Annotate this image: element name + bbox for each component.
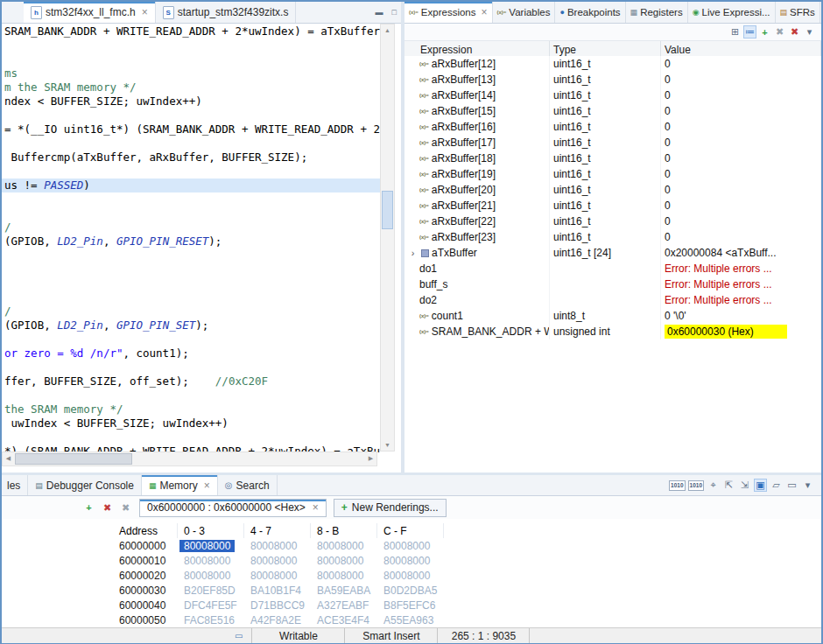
expression-row[interactable]: (x)=aRxBuffer[18]uint16_t0: [404, 150, 821, 166]
memory-cell[interactable]: 80008000: [377, 540, 444, 552]
code-line[interactable]: ffer, BUFFER_SIZE, off_set); //0xC20F: [4, 374, 380, 388]
memory-cell[interactable]: 80008000: [311, 570, 377, 582]
expression-row[interactable]: (x)=aRxBuffer[17]uint16_t0: [404, 135, 821, 150]
code-line[interactable]: = *(__IO uint16_t*) (SRAM_BANK_ADDR + WR…: [4, 122, 380, 136]
editor-horizontal-scrollbar[interactable]: ◀ ▶: [2, 452, 377, 466]
tab-stm32f4xx-ll-fmc-h[interactable]: hstm32f4xx_ll_fmc.h×: [24, 2, 156, 23]
code-line[interactable]: m the SRAM memory */: [4, 80, 380, 94]
code-line[interactable]: (GPIOB, LD2_Pin, GPIO_PIN_SET);: [4, 318, 380, 332]
remove-memory-monitor-icon[interactable]: ✖: [101, 501, 114, 514]
memory-cell[interactable]: B0D2DBA5: [377, 584, 444, 597]
tab-live-expressions[interactable]: ◉Live Expressi...: [688, 2, 776, 23]
tab-sfrs[interactable]: ▤SFRs: [776, 2, 820, 23]
tab-memory[interactable]: ▦Memory×: [142, 475, 218, 495]
link-renderings-icon[interactable]: ▣: [754, 479, 767, 492]
code-line[interactable]: [4, 108, 380, 122]
minimize-icon[interactable]: ▬: [376, 8, 383, 17]
code-line[interactable]: [4, 276, 380, 290]
split-pane-icon[interactable]: ▱: [770, 479, 783, 492]
new-memory-view-icon[interactable]: ▭: [785, 479, 798, 492]
tab-partial-les[interactable]: les: [2, 475, 28, 495]
expression-row[interactable]: (x)=aRxBuffer[12]uint16_t0: [404, 56, 821, 72]
close-icon[interactable]: ×: [204, 480, 210, 492]
code-line[interactable]: [4, 38, 380, 52]
expression-row[interactable]: ›aTxBufferuint16_t [24]0x20000084 <aTxBu…: [404, 245, 821, 261]
memory-cell[interactable]: 80008000: [244, 540, 311, 552]
code-line[interactable]: /: [4, 304, 380, 318]
expression-row[interactable]: (x)=aRxBuffer[15]uint16_t0: [404, 103, 821, 119]
code-line[interactable]: [4, 136, 380, 150]
memory-cell[interactable]: 80008000: [377, 555, 444, 567]
code-line[interactable]: [4, 388, 380, 402]
remove-all-monitors-icon[interactable]: ✖: [119, 501, 132, 514]
expression-row[interactable]: (x)=aRxBuffer[19]uint16_t0: [404, 166, 821, 182]
tab-search[interactable]: ◎Search: [218, 475, 278, 495]
scroll-right-icon[interactable]: ▶: [365, 452, 376, 466]
memory-cell[interactable]: 80008000: [178, 540, 244, 552]
scroll-up-icon[interactable]: ▲: [381, 24, 394, 36]
code-line[interactable]: SRAM_BANK_ADDR + WRITE_READ_ADDR + 2*uwI…: [4, 24, 380, 38]
code-line[interactable]: [4, 290, 380, 304]
memory-row[interactable]: 6000000080008000800080008000800080008000: [113, 538, 821, 553]
code-line[interactable]: or zero = %d /n/r", count1);: [4, 346, 380, 360]
memory-cell[interactable]: BA59EABA: [311, 584, 377, 597]
code-line[interactable]: [4, 164, 380, 178]
column-header-0-3[interactable]: 0 - 3: [178, 523, 244, 538]
column-header-8-b[interactable]: 8 - B: [311, 523, 377, 538]
tab-startup-stm32f439zitx-s[interactable]: Sstartup_stm32f439zitx.s: [156, 2, 297, 23]
memory-cell[interactable]: 80008000: [311, 540, 377, 552]
code-line[interactable]: [4, 248, 380, 262]
expression-row[interactable]: buff_sError: Multiple errors ...: [404, 276, 821, 292]
memory-row[interactable]: 60000040DFC4FE5FD71BBCC9A327EABFB8F5EFC6: [113, 598, 821, 612]
column-header-c-f[interactable]: C - F: [377, 523, 444, 538]
code-line[interactable]: ndex < BUFFER_SIZE; uwIndex++): [4, 94, 380, 108]
tab-expressions[interactable]: (x)=Expressions×: [404, 2, 493, 23]
memory-cell[interactable]: D71BBCC9: [244, 599, 311, 612]
memory-cell[interactable]: A55EA963: [377, 614, 444, 626]
close-icon[interactable]: ×: [313, 501, 319, 514]
scroll-down-icon[interactable]: ▼: [381, 439, 394, 451]
export-memory-icon[interactable]: ⇲: [738, 479, 751, 492]
code-line[interactable]: /: [4, 220, 380, 234]
add-memory-monitor-icon[interactable]: +: [82, 501, 95, 514]
expression-row[interactable]: (x)=aRxBuffer[16]uint16_t0: [404, 119, 821, 135]
code-line[interactable]: [4, 262, 380, 276]
code-line[interactable]: [4, 360, 380, 374]
expression-row[interactable]: (x)=aRxBuffer[20]uint16_t0: [404, 182, 821, 198]
vertical-scrollbar-thumb[interactable]: [382, 191, 393, 229]
close-icon[interactable]: ×: [481, 6, 487, 18]
memory-cell[interactable]: 80008000: [377, 570, 444, 582]
code-line[interactable]: [4, 206, 380, 220]
maximize-icon[interactable]: □: [392, 8, 397, 17]
code-line[interactable]: Buffercmp(aTxBuffer, aRxBuffer, BUFFER_S…: [4, 150, 380, 164]
editor-vertical-scrollbar[interactable]: ▲ ▼: [380, 24, 395, 452]
tab-registers[interactable]: ▦Registers: [626, 2, 688, 23]
memory-cell[interactable]: A327EABF: [311, 599, 377, 612]
close-icon[interactable]: ×: [142, 6, 148, 18]
pin-memory-icon[interactable]: ⌖: [707, 479, 720, 492]
layout-icon[interactable]: ⊞: [728, 25, 742, 38]
code-line[interactable]: [4, 52, 380, 66]
memory-row[interactable]: 6000001080008000800080008000800080008000: [113, 553, 821, 568]
memory-cell[interactable]: FAC8E516: [178, 614, 244, 626]
expression-row[interactable]: do1Error: Multiple errors ...: [404, 261, 821, 276]
memory-cell[interactable]: 80008000: [244, 555, 311, 567]
memory-cell[interactable]: DFC4FE5F: [178, 599, 244, 612]
scroll-left-icon[interactable]: ◀: [3, 452, 14, 466]
expression-row[interactable]: (x)=aRxBuffer[14]uint16_t0: [404, 88, 821, 103]
memory-cell[interactable]: A42F8A2E: [244, 614, 311, 626]
memory-cell[interactable]: B20EF85D: [178, 584, 244, 597]
import-memory-icon[interactable]: ⇱: [722, 479, 735, 492]
code-line[interactable]: [4, 332, 380, 346]
view-menu-icon[interactable]: ▾: [801, 479, 814, 492]
expression-row[interactable]: (x)=aRxBuffer[23]uint16_t0: [404, 229, 821, 245]
column-header-address[interactable]: Address: [113, 523, 178, 538]
memory-cell[interactable]: 80008000: [178, 570, 244, 582]
code-line[interactable]: (GPIOB, LD2_Pin, GPIO_PIN_RESET);: [4, 234, 380, 248]
toggle-monitors-icon[interactable]: 1010: [669, 480, 685, 491]
toggle-split-icon[interactable]: 1010: [688, 480, 704, 491]
expression-row[interactable]: (x)=aRxBuffer[22]uint16_t0: [404, 214, 821, 229]
tab-breakpoints[interactable]: ●Breakpoints: [555, 2, 625, 23]
code-area[interactable]: SRAM_BANK_ADDR + WRITE_READ_ADDR + 2*uwI…: [2, 24, 380, 452]
column-header-4-7[interactable]: 4 - 7: [244, 523, 311, 538]
